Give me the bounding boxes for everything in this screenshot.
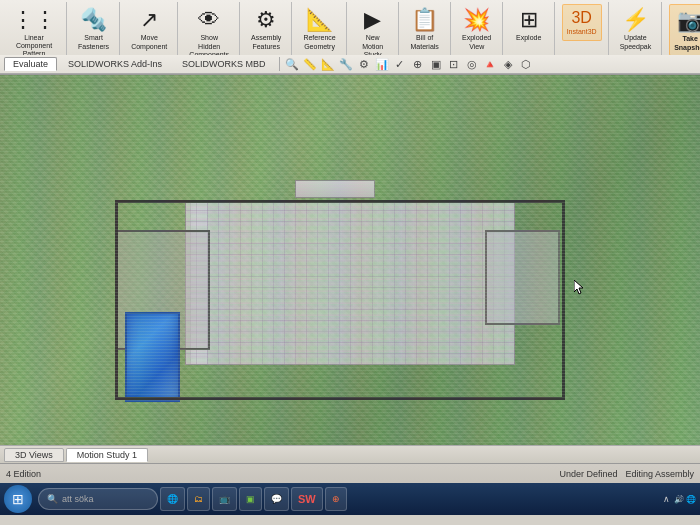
ribbon-group-smart: 🔩 SmartFasteners [68,2,120,55]
start-button[interactable]: ⊞ [4,485,32,513]
right-extension [485,230,560,325]
browser-icon: 🌐 [167,494,178,504]
extra-icon: ⊕ [332,494,340,504]
ribbon-toolbar: ⋮⋮ Linear ComponentPattern 🔩 SmartFasten… [0,0,700,75]
smart-fasteners-button[interactable]: 🔩 SmartFasteners [74,4,113,54]
take-snapshot-button[interactable]: 📷 TakeSnapshot [669,4,700,56]
speedpak-icon: ⚡ [622,7,649,33]
mini-icon-10[interactable]: ⊡ [446,56,462,72]
tab-evaluate[interactable]: Evaluate [4,57,57,71]
ribbon-group-explode2: ⊞ Explode [504,2,555,55]
taskbar-extra-btn[interactable]: ⊕ [325,487,347,511]
snapshot-icon: 📷 [677,8,700,34]
assembly-features-label: AssemblyFeatures [251,34,281,51]
mini-icon-9[interactable]: ▣ [428,56,444,72]
solidworks-icon: SW [298,493,316,505]
instant3d-label: Instant3D [567,28,597,36]
smart-fasteners-label: SmartFasteners [78,34,109,51]
instant3d-icon: 3D [571,8,591,27]
second-toolbar: Evaluate SOLIDWORKS Add-Ins SOLIDWORKS M… [0,55,700,74]
search-icon: 🔍 [47,494,58,504]
ribbon-group-hidden: 👁 ShowHiddenComponents [179,2,240,55]
mini-icon-14[interactable]: ⬡ [518,56,534,72]
assembly-features-button[interactable]: ⚙ AssemblyFeatures [247,4,285,54]
chat-icon: 💬 [271,494,282,504]
blue-pool-element [125,312,180,402]
mini-icon-7[interactable]: ✓ [392,56,408,72]
ribbon-group-speedpak: ⚡ UpdateSpeedpak [610,2,663,55]
left-section [115,230,210,350]
ribbon-group-snapshot: 📷 TakeSnapshot [663,2,700,55]
statusbar-left: 4 Edition [6,469,41,479]
reference-geometry-button[interactable]: 📐 ReferenceGeometry [299,4,339,54]
edition-status: 4 Edition [6,469,41,479]
bill-of-materials-button[interactable]: 📋 Bill ofMaterials [406,4,444,54]
linear-component-pattern-button[interactable]: ⋮⋮ Linear ComponentPattern [8,4,60,60]
floor-grid [186,201,514,364]
tab-solidworks-mbd[interactable]: SOLIDWORKS MBD [173,57,275,71]
top-bar-element [295,180,375,198]
new-motion-study-button[interactable]: ▶ NewMotionStudy [354,4,392,63]
ribbon-group-reference: 📐 ReferenceGeometry [293,2,346,55]
linear-pattern-label: Linear ComponentPattern [12,34,56,57]
mini-icon-11[interactable]: ◎ [464,56,480,72]
explode-label: Explode [516,34,541,42]
mini-icon-8[interactable]: ⊕ [410,56,426,72]
move-component-icon: ↗ [140,7,158,33]
tab-motion-study-1[interactable]: Motion Study 1 [66,448,148,462]
smart-fasteners-icon: 🔩 [80,7,107,33]
mini-icon-1[interactable]: 🔍 [284,56,300,72]
tab-solidworks-addins[interactable]: SOLIDWORKS Add-Ins [59,57,171,71]
explode-icon: ⊞ [520,7,538,33]
bottom-tabs: 3D Views Motion Study 1 [0,445,700,463]
reference-geometry-icon: 📐 [306,7,333,33]
app3-icon: 📺 [219,494,230,504]
exploded-icon: 💥 [463,7,490,33]
mini-icon-13[interactable]: ◈ [500,56,516,72]
new-motion-icon: ▶ [364,7,381,33]
ribbon-group-exploded: 💥 ExplodedView [452,2,503,55]
show-hidden-button[interactable]: 👁 ShowHiddenComponents [185,4,233,63]
status-bar: 4 Edition Under Defined Editing Assembly [0,463,700,483]
3d-viewport[interactable] [0,75,700,445]
building-model [115,160,545,410]
search-placeholder-text: att söka [62,494,94,504]
mini-icon-4[interactable]: 🔧 [338,56,354,72]
taskbar-sw-btn[interactable]: SW [291,487,323,511]
taskbar-chat-btn[interactable]: 💬 [264,487,289,511]
ribbon-group-instant3d: 3D Instant3D [556,2,609,55]
ribbon-group-linear: ⋮⋮ Linear ComponentPattern [2,2,67,55]
move-component-button[interactable]: ↗ MoveComponent [127,4,171,54]
taskbar-nvidia-btn[interactable]: ▣ [239,487,262,511]
ribbon-row: ⋮⋮ Linear ComponentPattern 🔩 SmartFasten… [0,0,700,55]
move-component-label: MoveComponent [131,34,167,51]
ribbon-group-motion: ▶ NewMotionStudy [348,2,399,55]
tab-3d-views[interactable]: 3D Views [4,448,64,462]
linear-pattern-icon: ⋮⋮ [12,7,56,33]
statusbar-right: Under Defined Editing Assembly [559,469,694,479]
taskbar-browser-btn[interactable]: 🌐 [160,487,185,511]
mini-icon-2[interactable]: 📏 [302,56,318,72]
mini-icon-3[interactable]: 📐 [320,56,336,72]
ribbon-group-assembly: ⚙ AssemblyFeatures [241,2,292,55]
explode-button[interactable]: ⊞ Explode [510,4,548,46]
taskbar-right-area: ∧ 🔊 🌐 [663,494,696,504]
under-defined-status: Under Defined [559,469,617,479]
instant3d-button[interactable]: 3D Instant3D [562,4,602,41]
ribbon-group-move: ↗ MoveComponent [121,2,178,55]
main-floor-platform [185,200,515,365]
taskbar-files-btn[interactable]: 🗂 [187,487,210,511]
mini-icon-6[interactable]: 📊 [374,56,390,72]
exploded-view-button[interactable]: 💥 ExplodedView [458,4,496,54]
nvidia-icon: ▣ [246,494,255,504]
mini-icon-5[interactable]: ⚙ [356,56,372,72]
taskbar-search[interactable]: 🔍 att söka [38,488,158,510]
taskbar-up-arrow[interactable]: ∧ [663,494,670,504]
taskbar-app3-btn[interactable]: 📺 [212,487,237,511]
show-hidden-icon: 👁 [198,7,220,33]
update-speedpak-button[interactable]: ⚡ UpdateSpeedpak [616,4,656,54]
taskbar-notification-area: 🔊 🌐 [674,495,696,504]
toolbar-separator [279,57,280,71]
mini-icon-12[interactable]: 🔺 [482,56,498,72]
assembly-features-icon: ⚙ [256,7,276,33]
